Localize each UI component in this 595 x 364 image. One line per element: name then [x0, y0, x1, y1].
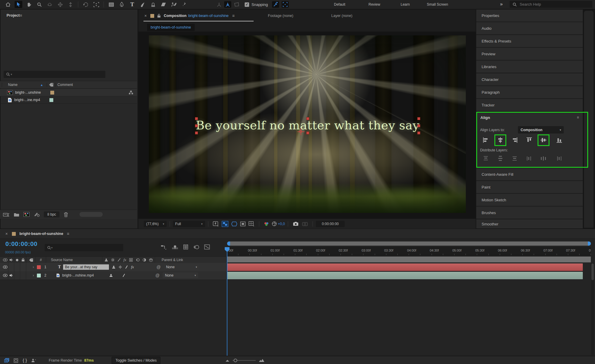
time-ruler[interactable]: 0:00f 00:30f 01:00f 01:30f 02:00f 02:30f…	[227, 247, 591, 255]
panel-tab-preview[interactable]: Preview	[476, 48, 583, 60]
channel-rgb-icon[interactable]	[264, 222, 269, 226]
expand-arrow-icon[interactable]: ›	[33, 265, 34, 269]
pen-tool[interactable]	[118, 1, 126, 8]
lock-icon[interactable]	[157, 14, 161, 18]
eye-icon[interactable]	[2, 263, 8, 271]
snapshot-camera-icon[interactable]	[293, 222, 299, 226]
fast-preview-icon[interactable]	[213, 221, 219, 227]
align-right-button[interactable]	[511, 136, 519, 144]
audio-toggle-empty[interactable]	[8, 263, 14, 271]
comp-label-swatch[interactable]	[12, 232, 16, 236]
align-panel-menu-icon[interactable]: ≡	[577, 115, 579, 120]
panel-tab-character[interactable]: Character	[476, 73, 583, 85]
zoom-slider-track[interactable]	[232, 360, 256, 361]
new-folder-icon[interactable]	[14, 212, 19, 217]
zoom-in-mountain-icon[interactable]	[259, 359, 265, 362]
rectangle-tool[interactable]	[107, 1, 115, 8]
project-search-box[interactable]: ▾	[4, 71, 105, 78]
search-help-box[interactable]	[510, 1, 592, 8]
text-layer-bounding-box[interactable]: Be yourself no matter what they say	[196, 119, 419, 133]
viewer-timecode[interactable]: 0:00:00:00	[316, 221, 345, 227]
current-time-display[interactable]: 0:00:00:00	[5, 240, 38, 247]
brush-tool[interactable]	[139, 1, 146, 8]
column-source-name-label[interactable]: Source Name	[51, 258, 102, 262]
distribute-vertical-center-button[interactable]	[496, 155, 504, 162]
rotation-tool[interactable]	[82, 1, 90, 8]
interpret-footage-icon[interactable]	[3, 212, 10, 217]
solo-toggle-empty[interactable]	[14, 263, 20, 271]
orbit-camera-tool[interactable]	[46, 1, 54, 8]
distribute-right-button[interactable]	[555, 155, 563, 162]
dependencies-icon[interactable]	[129, 90, 133, 95]
align-top-button[interactable]	[525, 136, 533, 144]
panel-tab-properties[interactable]: Properties	[476, 10, 583, 21]
layer-color-swatch[interactable]	[37, 265, 41, 269]
clone-stamp-tool[interactable]	[149, 1, 157, 8]
project-panel-title[interactable]: Project	[7, 13, 20, 18]
playhead-line[interactable]	[227, 252, 227, 356]
snapping-checkbox[interactable]: ✓	[245, 2, 249, 7]
distribute-top-button[interactable]	[482, 155, 490, 162]
panel-tab-tracker[interactable]: Tracker	[476, 99, 583, 111]
roto-brush-tool[interactable]	[170, 1, 178, 8]
bit-depth-button[interactable]: 8 bpc	[44, 211, 60, 217]
align-bottom-button[interactable]	[555, 136, 563, 144]
grid-guides-icon[interactable]	[249, 221, 254, 226]
draft-3d-icon[interactable]	[172, 245, 178, 250]
distribute-horizontal-center-button[interactable]	[540, 155, 547, 162]
navigator-left-grip[interactable]	[227, 241, 230, 246]
project-row-footage[interactable]: bright-...ine.mp4	[0, 96, 137, 104]
parent-dropdown[interactable]: None▾	[164, 264, 199, 270]
layer-name[interactable]: bright-...nshine.mp4	[62, 273, 106, 277]
world-axis-mode-icon[interactable]	[224, 1, 231, 8]
view-axis-mode-icon[interactable]	[234, 2, 239, 7]
region-of-interest-icon[interactable]	[240, 222, 246, 226]
eye-icon[interactable]	[2, 271, 8, 280]
parent-pickwhip-icon[interactable]: @	[157, 265, 161, 269]
column-number-label[interactable]: #	[36, 258, 46, 262]
layer-row-2[interactable]: › 2 bright-...nshine.mp4 @ None▾	[0, 271, 226, 280]
dock-edge-strip[interactable]	[584, 11, 594, 228]
mask-mode-icon[interactable]	[14, 358, 18, 363]
shy-switch-icon[interactable]	[112, 265, 115, 269]
selection-handle-bottom-left[interactable]	[195, 131, 198, 134]
comp-label-swatch[interactable]	[150, 14, 154, 18]
label-color-icon[interactable]	[49, 83, 54, 87]
search-help-input[interactable]	[519, 2, 580, 7]
effects-switch-icon[interactable]: fx	[131, 265, 134, 269]
project-panel-menu-icon[interactable]: ≡	[20, 13, 22, 18]
snap-features-icon[interactable]	[272, 1, 279, 8]
sort-ascending-icon[interactable]: ▲	[40, 83, 43, 87]
motion-blur-icon[interactable]	[193, 245, 199, 250]
panel-tab-smoother[interactable]: Smoother	[476, 219, 583, 228]
panel-tab-motion-sketch[interactable]: Motion Sketch	[476, 194, 583, 206]
composition-mini-flowchart-icon[interactable]	[161, 245, 167, 250]
column-name-label[interactable]: Name	[8, 83, 40, 87]
selection-handle-bottom-center[interactable]	[306, 131, 309, 134]
snap-bounding-box-icon[interactable]	[282, 1, 289, 8]
collapse-switch-icon[interactable]	[118, 265, 122, 269]
panel-tab-audio[interactable]: Audio	[476, 22, 583, 34]
quality-switch-icon[interactable]	[125, 265, 128, 269]
mask-visibility-icon[interactable]	[231, 222, 237, 226]
camera-track-tool[interactable]	[92, 1, 100, 8]
resolution-dropdown[interactable]: Full▾	[173, 221, 205, 227]
work-area-bar[interactable]	[227, 257, 591, 263]
layer-color-swatch[interactable]	[37, 274, 41, 277]
panel-tab-brushes[interactable]: Brushes	[476, 207, 583, 219]
panel-tab-paragraph[interactable]: Paragraph	[476, 86, 583, 98]
layer-name-selected[interactable]: Be your...at they say	[63, 264, 109, 270]
selection-handle-mid-right[interactable]	[417, 124, 420, 127]
exposure-value[interactable]: +0,0	[278, 222, 285, 226]
parent-dropdown[interactable]: None▾	[163, 272, 198, 278]
solo-toggle-empty[interactable]	[14, 271, 20, 280]
home-icon[interactable]	[4, 1, 12, 8]
timeline-vertical-scrollbar[interactable]	[591, 263, 594, 355]
type-tool[interactable]: T	[128, 1, 136, 8]
render-multiple-frames-icon[interactable]	[4, 358, 10, 363]
timeline-search-box[interactable]: ▾	[45, 244, 123, 251]
title-text[interactable]: Be yourself no matter what they say	[196, 118, 420, 132]
layer-bar-video[interactable]	[227, 272, 583, 279]
workspace-small-screen[interactable]: Small Screen	[427, 2, 448, 7]
column-parent-link-label[interactable]: Parent & Link	[162, 258, 183, 262]
